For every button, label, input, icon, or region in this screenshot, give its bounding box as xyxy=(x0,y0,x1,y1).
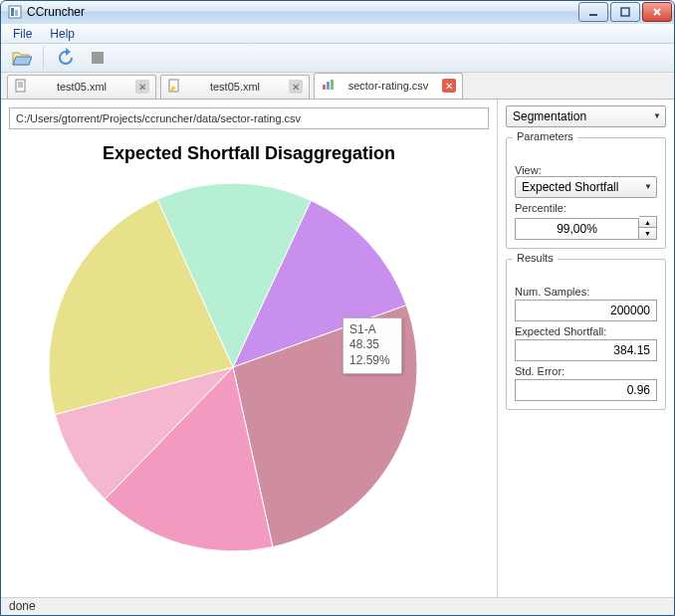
app-window: CCruncher File Help test05.xml ✕ test xyxy=(0,0,675,616)
svg-rect-6 xyxy=(16,80,25,92)
refresh-button[interactable] xyxy=(52,44,80,72)
chart-icon xyxy=(321,78,335,95)
pie-chart: S1-A 48.35 12.59% xyxy=(9,168,489,589)
content-area: C:/Users/gtorrent/Projects/ccruncher/dat… xyxy=(1,100,674,597)
document-icon xyxy=(14,79,28,96)
view-label: View: xyxy=(515,164,657,176)
tab-close-icon[interactable]: ✕ xyxy=(135,80,149,94)
svg-rect-10 xyxy=(331,80,334,90)
group-legend: Results xyxy=(513,252,558,264)
tooltip-value: 48.35 xyxy=(349,337,395,353)
segmentation-combo[interactable]: Segmentation ▼ xyxy=(506,105,666,127)
combo-value: Expected Shortfall xyxy=(522,180,644,194)
side-panel: Segmentation ▼ Parameters View: Expected… xyxy=(497,100,674,597)
menubar: File Help xyxy=(1,24,674,44)
tab-label: sector-rating.csv xyxy=(340,80,436,92)
tab-close-icon[interactable]: ✕ xyxy=(289,80,303,94)
tab-test05-1[interactable]: test05.xml ✕ xyxy=(7,75,156,99)
status-text: done xyxy=(9,599,36,613)
chart-title: Expected Shortfall Disaggregation xyxy=(9,143,489,164)
app-icon xyxy=(7,4,23,20)
percentile-label: Percentile: xyxy=(515,202,657,214)
spin-down-icon[interactable]: ▼ xyxy=(639,228,656,239)
tabbar: test05.xml ✕ test05.xml ✕ sector-rating.… xyxy=(1,73,674,100)
statusbar: done xyxy=(1,597,674,615)
percentile-field[interactable]: 99,00% xyxy=(515,218,639,240)
svg-rect-9 xyxy=(327,82,330,90)
svg-rect-8 xyxy=(323,85,326,90)
chevron-down-icon: ▼ xyxy=(644,182,652,191)
tab-label: test05.xml xyxy=(34,81,129,93)
stderr-field: 0.96 xyxy=(515,379,657,401)
titlebar: CCruncher xyxy=(1,1,674,24)
combo-value: Segmentation xyxy=(513,109,653,123)
view-combo[interactable]: Expected Shortfall ▼ xyxy=(515,176,657,198)
percentile-spinner[interactable]: ▲▼ xyxy=(639,216,657,240)
svg-rect-2 xyxy=(15,10,18,16)
expected-shortfall-field: 384.15 xyxy=(515,339,657,361)
tooltip-percent: 12.59% xyxy=(349,353,395,369)
tooltip-label: S1-A xyxy=(349,322,395,338)
svg-rect-5 xyxy=(92,52,104,64)
window-title: CCruncher xyxy=(27,5,578,19)
chart-tooltip: S1-A 48.35 12.59% xyxy=(342,317,402,374)
chart-panel: C:/Users/gtorrent/Projects/ccruncher/dat… xyxy=(1,100,497,597)
toolbar xyxy=(1,44,674,73)
results-group: Results Num. Samples: 200000 Expected Sh… xyxy=(506,259,666,410)
tab-test05-2[interactable]: test05.xml ✕ xyxy=(160,75,310,99)
svg-rect-4 xyxy=(621,8,629,16)
file-path-field[interactable]: C:/Users/gtorrent/Projects/ccruncher/dat… xyxy=(9,107,489,129)
stop-button[interactable] xyxy=(84,44,112,72)
group-legend: Parameters xyxy=(513,130,577,142)
tab-sector-rating[interactable]: sector-rating.csv ✕ xyxy=(314,73,463,99)
expected-shortfall-label: Expected Shortfall: xyxy=(515,325,657,337)
open-button[interactable] xyxy=(7,44,35,72)
parameters-group: Parameters View: Expected Shortfall ▼ Pe… xyxy=(506,137,666,249)
close-button[interactable] xyxy=(642,2,672,22)
tab-label: test05.xml xyxy=(187,81,283,93)
spin-up-icon[interactable]: ▲ xyxy=(639,217,656,229)
num-samples-field: 200000 xyxy=(515,300,657,321)
chevron-down-icon: ▼ xyxy=(653,111,661,120)
edit-document-icon xyxy=(167,79,181,96)
menu-file[interactable]: File xyxy=(5,25,40,43)
maximize-button[interactable] xyxy=(610,2,640,22)
svg-rect-3 xyxy=(589,14,597,16)
svg-rect-1 xyxy=(11,8,14,16)
tab-close-icon[interactable]: ✕ xyxy=(442,79,456,93)
menu-help[interactable]: Help xyxy=(42,25,83,43)
stderr-label: Std. Error: xyxy=(515,365,657,377)
toolbar-separator xyxy=(43,46,44,70)
num-samples-label: Num. Samples: xyxy=(515,286,657,298)
minimize-button[interactable] xyxy=(578,2,608,22)
